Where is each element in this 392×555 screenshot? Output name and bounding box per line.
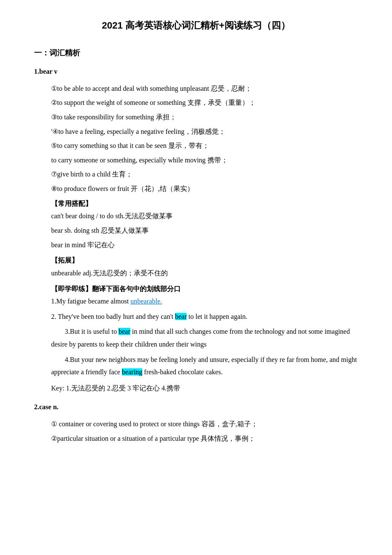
practice-2-pre: 2. They've been too badly hurt and they … xyxy=(51,313,175,320)
case-section: 2.case n. ① container or covering used t… xyxy=(34,401,358,445)
practice-item-3: 3.But it is useful to bear in mind that … xyxy=(51,325,358,350)
practice-3-highlight: bear xyxy=(118,328,130,335)
collocations-label: 【常用搭配】 xyxy=(51,198,358,210)
section-heading: 一：词汇精析 xyxy=(34,46,358,60)
collocation-3: bear in mind 牢记在心 xyxy=(51,239,358,251)
practice-block: 【即学即练】翻译下面各句中的划线部分口 1.My fatigue became … xyxy=(51,283,358,379)
bear-heading: 1.bear v xyxy=(34,66,358,78)
page-title: 2021 高考英语核心词汇精析+阅读练习（四） xyxy=(34,17,358,34)
case-heading: 2.case n. xyxy=(34,401,358,413)
case-definitions: ① container or covering used to protect … xyxy=(51,418,358,445)
expansion-label: 【拓展】 xyxy=(51,254,358,267)
practice-item-2: 2. They've been too badly hurt and they … xyxy=(51,310,358,323)
bear-def-7: ⑦give birth to a child 生育； xyxy=(51,168,358,181)
collocation-1: can't bear doing / to do sth.无法忍受做某事 xyxy=(51,210,358,223)
practice-1-highlight: unbearable. xyxy=(130,298,162,305)
practice-label: 【即学即练】翻译下面各句中的划线部分口 xyxy=(51,283,358,295)
expansion-content: unbearable adj.无法忍受的；承受不住的 xyxy=(51,267,358,280)
expansion-block: 【拓展】 unbearable adj.无法忍受的；承受不住的 xyxy=(51,254,358,279)
bear-def-5: ⑤to carry something so that it can be se… xyxy=(51,139,358,152)
bear-def-6: to carry someone or something, especiall… xyxy=(51,154,358,167)
bear-def-4: '④to have a feeling, especially a negati… xyxy=(51,125,358,138)
practice-3-pre: 3.But it is useful to xyxy=(65,328,118,335)
practice-item-1: 1.My fatigue became almost unbearable. xyxy=(51,295,358,308)
practice-item-4: 4.But your new neighbors may be feeling … xyxy=(51,353,358,379)
practice-1-pre: 1.My fatigue became almost xyxy=(51,298,130,305)
practice-2-highlight: bear xyxy=(175,313,187,320)
bear-def-1: ①to be able to accept and deal with some… xyxy=(51,82,358,95)
bear-def-3: ③to take responsibility for something 承担… xyxy=(51,111,358,124)
collocation-2: bear sb. doing sth 忍受某人做某事 xyxy=(51,224,358,237)
bear-definitions: ①to be able to accept and deal with some… xyxy=(51,82,358,195)
practice-4-post: fresh-baked chocolate cakes. xyxy=(142,368,222,376)
practice-2-post: to let it happen again. xyxy=(187,313,247,320)
bear-def-2: ②to support the weight of someone or som… xyxy=(51,96,358,109)
practice-4-highlight: bearing xyxy=(122,368,142,376)
collocations-block: 【常用搭配】 can't bear doing / to do sth.无法忍受… xyxy=(51,198,358,251)
case-def-1: ① container or covering used to protect … xyxy=(51,418,358,431)
case-def-2: ②particular situation or a situation of … xyxy=(51,432,358,445)
bear-section: 1.bear v ①to be able to accept and deal … xyxy=(34,66,358,394)
bear-def-8: ⑧to produce flowers or fruit 开（花）,结（果实） xyxy=(51,182,358,195)
key-line: Key: 1.无法忍受的 2.忍受 3 牢记在心 4.携带 xyxy=(51,382,358,395)
